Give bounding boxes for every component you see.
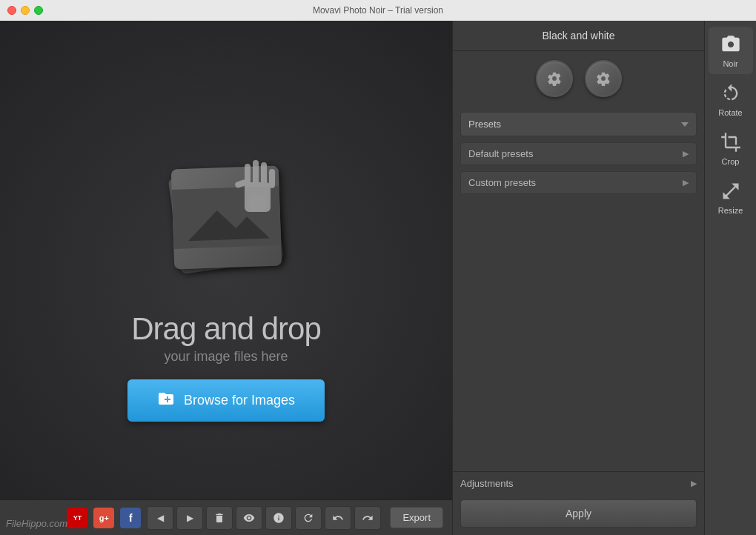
main-layout: Drag and drop your image files here Brow… xyxy=(0,21,756,535)
undo-button[interactable] xyxy=(325,506,351,530)
info-button[interactable] xyxy=(265,506,292,530)
play-button[interactable]: ▶ xyxy=(176,506,203,530)
delete-button[interactable] xyxy=(206,506,233,530)
drop-icon xyxy=(145,134,308,297)
browse-label: Browse for Images xyxy=(184,393,295,408)
browse-icon xyxy=(157,390,175,411)
adjustments-row[interactable]: Adjustments ▶ xyxy=(453,471,704,495)
redo-button[interactable] xyxy=(354,506,381,530)
prev-button[interactable]: ◀ xyxy=(147,506,173,530)
browse-images-button[interactable]: Browse for Images xyxy=(127,379,325,422)
filter-buttons xyxy=(453,51,704,106)
filter-btn-1[interactable] xyxy=(536,60,573,97)
tool-noir[interactable]: Noir xyxy=(709,27,753,74)
canvas-area: Drag and drop your image files here Brow… xyxy=(0,21,452,535)
close-button[interactable] xyxy=(7,6,16,15)
custom-presets-item[interactable]: Custom presets ▶ xyxy=(460,171,697,194)
title-bar: Movavi Photo Noir – Trial version xyxy=(0,0,756,21)
default-presets-label: Default presets xyxy=(468,148,533,159)
drag-title: Drag and drop xyxy=(131,312,321,346)
tool-rotate-label: Rotate xyxy=(718,108,742,117)
crop-icon xyxy=(719,130,743,154)
tool-resize-label: Resize xyxy=(718,206,743,215)
panel-spacer xyxy=(453,197,704,471)
bottom-toolbar: FileHippo.com YT g+ f ◀ ▶ xyxy=(0,499,452,535)
youtube-icon[interactable]: YT xyxy=(67,508,87,528)
hand-icon xyxy=(226,153,285,219)
drag-text: Drag and drop your image files here xyxy=(131,312,321,365)
maximize-button[interactable] xyxy=(34,6,43,15)
window-controls xyxy=(7,6,43,15)
custom-presets-label: Custom presets xyxy=(468,177,536,188)
rotate-icon xyxy=(719,82,743,105)
default-presets-item[interactable]: Default presets ▶ xyxy=(460,142,697,165)
facebook-icon[interactable]: f xyxy=(120,508,141,528)
presets-dropdown[interactable]: Presets xyxy=(460,112,697,136)
drag-subtitle: your image files here xyxy=(131,349,321,365)
svg-rect-7 xyxy=(269,169,275,188)
photo-stack-icon xyxy=(159,149,293,282)
tool-crop[interactable]: Crop xyxy=(709,124,753,172)
nav-controls: ◀ ▶ Export xyxy=(147,506,443,530)
refresh-button[interactable] xyxy=(295,506,322,530)
arrow-right-icon: ▶ xyxy=(683,149,689,159)
svg-rect-5 xyxy=(253,160,259,185)
tool-crop-label: Crop xyxy=(722,157,740,166)
tool-resize[interactable]: Resize xyxy=(709,173,753,221)
right-panel: Black and white Presets Default presets … xyxy=(452,21,704,535)
svg-rect-6 xyxy=(261,162,267,186)
panel-title: Black and white xyxy=(453,21,704,51)
chevron-down-icon xyxy=(681,122,689,127)
preview-button[interactable] xyxy=(236,506,262,530)
presets-label: Presets xyxy=(468,119,501,130)
adjustments-label: Adjustments xyxy=(460,478,514,489)
filter-btn-2[interactable] xyxy=(585,60,622,97)
apply-button[interactable]: Apply xyxy=(460,499,697,528)
adjustments-arrow-icon: ▶ xyxy=(691,479,697,488)
camera-icon xyxy=(719,33,743,56)
resize-icon xyxy=(719,179,743,203)
tool-noir-label: Noir xyxy=(723,59,737,68)
google-plus-icon[interactable]: g+ xyxy=(93,508,114,528)
minimize-button[interactable] xyxy=(21,6,30,15)
tool-rotate[interactable]: Rotate xyxy=(709,76,753,123)
export-button[interactable]: Export xyxy=(390,507,443,528)
social-icons: YT g+ f xyxy=(67,508,141,528)
window-title: Movavi Photo Noir – Trial version xyxy=(313,5,443,16)
watermark: FileHippo.com xyxy=(6,518,67,529)
tools-sidebar: Noir Rotate Crop Res xyxy=(704,21,756,535)
arrow-right-icon-2: ▶ xyxy=(683,178,689,187)
drop-zone[interactable]: Drag and drop your image files here Brow… xyxy=(127,134,325,422)
